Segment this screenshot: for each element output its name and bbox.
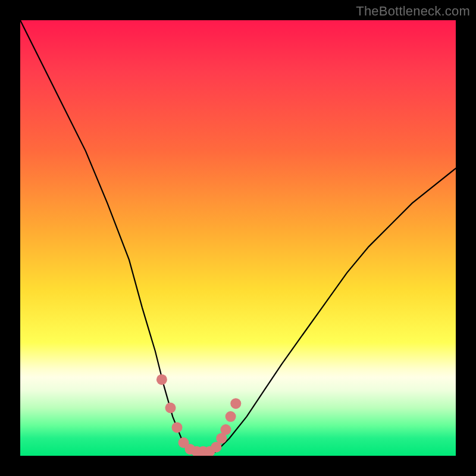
- highlight-dot: [172, 422, 183, 433]
- highlight-dot: [230, 398, 241, 409]
- chart-frame: TheBottleneck.com: [0, 0, 476, 476]
- highlight-dot: [156, 374, 167, 385]
- curve-layer: [20, 20, 456, 456]
- plot-area: [20, 20, 456, 456]
- highlight-dot: [165, 403, 176, 414]
- watermark-text: TheBottleneck.com: [356, 4, 470, 19]
- highlight-dot: [221, 424, 231, 435]
- highlight-dot: [226, 411, 236, 422]
- bottleneck-curve: [20, 20, 456, 456]
- highlight-dots-group: [156, 374, 241, 456]
